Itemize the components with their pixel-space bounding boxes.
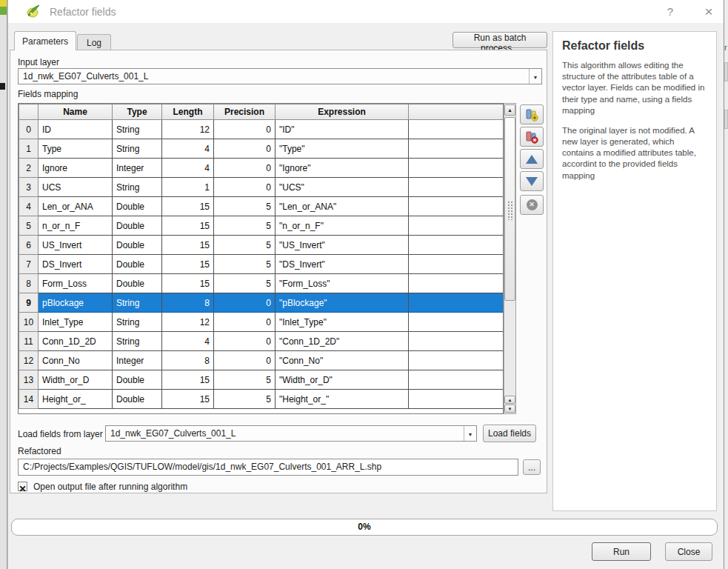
cell-type[interactable]: Double xyxy=(113,390,162,409)
scroll-up-icon[interactable]: ▲ xyxy=(504,104,515,116)
close-button[interactable]: Close xyxy=(665,542,712,561)
cell-type[interactable]: Double xyxy=(113,236,162,255)
column-header-type[interactable]: Type xyxy=(113,104,162,120)
table-row[interactable]: 13Width_or_DDouble155"Width_or_D" xyxy=(19,370,504,390)
cell-name[interactable]: UCS xyxy=(39,178,113,197)
cell-type[interactable]: Double xyxy=(113,197,162,216)
cell-expression[interactable]: "UCS" xyxy=(275,178,409,197)
cell-length[interactable]: 15 xyxy=(162,274,214,293)
cell-type[interactable]: String xyxy=(113,139,162,159)
open-output-checkbox[interactable]: ✕ xyxy=(18,482,27,491)
cell-expression[interactable]: "n_or_n_F" xyxy=(275,216,409,236)
cell-length[interactable]: 15 xyxy=(162,236,214,255)
scroll-down-icon[interactable]: ▼ xyxy=(504,405,515,413)
cell-precision[interactable]: 5 xyxy=(214,197,275,216)
cell-type[interactable]: Double xyxy=(113,274,162,293)
table-row[interactable]: 4Len_or_ANADouble155"Len_or_ANA" xyxy=(19,197,504,216)
cell-length[interactable]: 4 xyxy=(162,332,214,351)
cell-type[interactable]: String xyxy=(113,293,162,313)
move-field-up-button[interactable] xyxy=(520,149,544,169)
table-row[interactable]: 2IgnoreInteger40"Ignore" xyxy=(19,159,504,178)
table-row[interactable]: 5n_or_n_FDouble155"n_or_n_F" xyxy=(19,216,504,236)
cell-precision[interactable]: 5 xyxy=(214,216,275,236)
cell-name[interactable]: Conn_1D_2D xyxy=(39,332,113,351)
cell-type[interactable]: Double xyxy=(113,255,162,274)
dropdown-arrow-box[interactable]: ▼ xyxy=(464,426,476,441)
cell-type[interactable]: String xyxy=(113,313,162,332)
cell-precision[interactable]: 5 xyxy=(214,236,275,255)
cell-expression[interactable]: "US_Invert" xyxy=(275,236,409,255)
table-row[interactable]: 14Height_or_Double155"Height_or_" xyxy=(19,390,504,409)
cell-precision[interactable]: 0 xyxy=(214,178,275,197)
cell-length[interactable]: 8 xyxy=(162,351,214,370)
column-header-name[interactable]: Name xyxy=(39,104,113,120)
cell-precision[interactable]: 5 xyxy=(214,274,275,293)
cell-expression[interactable]: "ID" xyxy=(275,120,409,139)
cell-name[interactable]: Len_or_ANA xyxy=(39,197,113,216)
cell-expression[interactable]: "Inlet_Type" xyxy=(275,313,409,332)
cell-type[interactable]: String xyxy=(113,332,162,351)
cell-name[interactable]: ID xyxy=(39,120,113,139)
cell-expression[interactable]: "Len_or_ANA" xyxy=(275,197,409,216)
load-fields-button[interactable]: Load fields xyxy=(483,425,536,442)
cell-expression[interactable]: "DS_Invert" xyxy=(275,255,409,274)
cell-length[interactable]: 8 xyxy=(162,293,214,313)
table-row[interactable]: 1TypeString40"Type" xyxy=(19,139,504,159)
cell-length[interactable]: 4 xyxy=(162,139,214,159)
cell-name[interactable]: n_or_n_F xyxy=(39,216,113,236)
load-fields-combobox[interactable]: 1d_nwk_EG07_Culverts_001_L ▼ xyxy=(105,425,477,442)
cell-precision[interactable]: 0 xyxy=(214,313,275,332)
table-row[interactable]: 0IDString120"ID" xyxy=(19,120,504,139)
delete-field-button[interactable] xyxy=(520,127,544,147)
cell-precision[interactable]: 5 xyxy=(214,255,275,274)
cell-name[interactable]: Type xyxy=(39,139,113,159)
cell-name[interactable]: pBlockage xyxy=(39,293,113,313)
run-as-batch-button[interactable]: Run as batch process... xyxy=(453,32,547,48)
table-row[interactable]: 10Inlet_TypeString120"Inlet_Type" xyxy=(19,313,504,332)
cell-type[interactable]: Double xyxy=(113,370,162,390)
tab-parameters[interactable]: Parameters xyxy=(14,31,76,50)
cell-name[interactable]: Conn_No xyxy=(39,351,113,370)
browse-button[interactable]: ... xyxy=(523,459,541,475)
column-header-expression[interactable]: Expression xyxy=(275,104,409,120)
cell-name[interactable]: US_Invert xyxy=(39,236,113,255)
cell-precision[interactable]: 0 xyxy=(214,159,275,178)
table-row[interactable]: 7DS_InvertDouble155"DS_Invert" xyxy=(19,255,504,274)
cell-length[interactable]: 15 xyxy=(162,255,214,274)
cell-name[interactable]: Height_or_ xyxy=(39,390,113,409)
cell-precision[interactable]: 0 xyxy=(214,293,275,313)
cell-precision[interactable]: 0 xyxy=(214,120,275,139)
cell-precision[interactable]: 0 xyxy=(214,351,275,370)
cell-expression[interactable]: "Ignore" xyxy=(275,159,409,178)
table-vertical-scrollbar[interactable]: ▲ ▲ ▼ xyxy=(504,103,516,414)
cell-name[interactable]: Ignore xyxy=(39,159,113,178)
table-row[interactable]: 8Form_LossDouble155"Form_Loss" xyxy=(19,274,504,293)
close-icon[interactable]: × xyxy=(700,3,718,21)
cell-name[interactable]: Inlet_Type xyxy=(39,313,113,332)
cell-expression[interactable]: "Type" xyxy=(275,139,409,159)
output-path-input[interactable]: C:/Projects/Examples/QGIS/TUFLOW/model/g… xyxy=(18,459,518,476)
cell-precision[interactable]: 5 xyxy=(214,390,275,409)
run-button[interactable]: Run xyxy=(592,542,651,561)
cell-name[interactable]: DS_Invert xyxy=(39,255,113,274)
cell-length[interactable]: 15 xyxy=(162,390,214,409)
dropdown-arrow-box[interactable]: ▼ xyxy=(529,69,541,84)
cell-length[interactable]: 15 xyxy=(162,197,214,216)
cell-length[interactable]: 15 xyxy=(162,216,214,236)
cell-length[interactable]: 15 xyxy=(162,370,214,390)
add-field-button[interactable] xyxy=(520,104,544,124)
cell-type[interactable]: Double xyxy=(113,216,162,236)
cell-length[interactable]: 12 xyxy=(162,313,214,332)
move-field-down-button[interactable] xyxy=(520,171,544,191)
scrollbar-thumb[interactable] xyxy=(504,117,515,301)
cell-precision[interactable]: 0 xyxy=(214,139,275,159)
cell-expression[interactable]: "Width_or_D" xyxy=(275,370,409,390)
scroll-up-icon[interactable]: ▲ xyxy=(504,396,515,404)
cell-expression[interactable]: "Height_or_" xyxy=(275,390,409,409)
table-row[interactable]: 3UCSString10"UCS" xyxy=(19,178,504,197)
cell-expression[interactable]: "Conn_1D_2D" xyxy=(275,332,409,351)
cell-expression[interactable]: "Form_Loss" xyxy=(275,274,409,293)
cell-name[interactable]: Form_Loss xyxy=(39,274,113,293)
table-row[interactable]: 9pBlockageString80"pBlockage" xyxy=(19,293,504,313)
input-layer-combobox[interactable]: 1d_nwk_EG07_Culverts_001_L ▼ xyxy=(18,68,542,84)
